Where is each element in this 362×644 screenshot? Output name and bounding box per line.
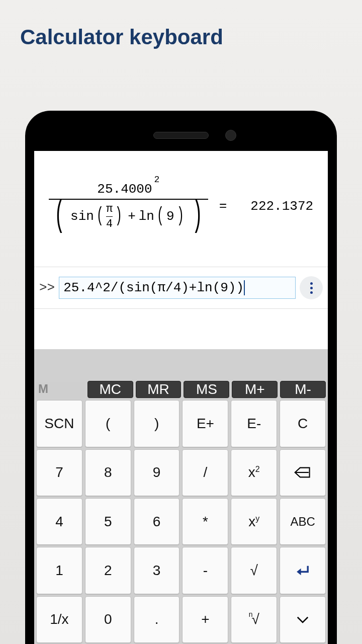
key-9[interactable]: 9	[134, 449, 180, 496]
enter-icon	[294, 563, 311, 578]
key-close-paren[interactable]: )	[134, 400, 180, 447]
page-title: Calculator keyboard	[0, 0, 362, 49]
key-mr[interactable]: MR	[136, 381, 182, 398]
key-nth-root[interactable]: n√	[231, 596, 277, 643]
key-divide[interactable]: /	[182, 449, 228, 496]
result-value: 222.1372	[250, 199, 313, 214]
key-multiply[interactable]: *	[182, 498, 228, 545]
key-plus[interactable]: +	[182, 596, 228, 643]
key-sqrt[interactable]: √	[231, 547, 277, 594]
key-m-plus[interactable]: M+	[232, 381, 278, 398]
key-mc[interactable]: MC	[87, 381, 133, 398]
key-abc[interactable]: ABC	[280, 498, 326, 545]
pi-symbol: π	[106, 203, 113, 215]
key-8[interactable]: 8	[85, 449, 131, 496]
sin-label: sin	[70, 209, 94, 224]
key-e-minus[interactable]: E-	[231, 400, 277, 447]
key-minus[interactable]: -	[182, 547, 228, 594]
ln-label: ln	[139, 209, 154, 224]
four-value: 4	[106, 218, 113, 230]
phone-speaker	[153, 132, 209, 139]
memory-label: M	[36, 382, 85, 398]
key-x-squared[interactable]: x2	[231, 449, 277, 496]
keypad: M MC MR MS M+ M- SCN ( ) E+ E- C 7 8 9 /…	[34, 349, 328, 644]
key-decimal[interactable]: .	[134, 596, 180, 643]
app-screen: 25.4000 2 ( sin ( π 4 ) +	[34, 151, 328, 644]
key-reciprocal[interactable]: 1/x	[36, 596, 82, 643]
key-1[interactable]: 1	[36, 547, 82, 594]
key-e-plus[interactable]: E+	[182, 400, 228, 447]
key-5[interactable]: 5	[85, 498, 131, 545]
phone-frame: 25.4000 2 ( sin ( π 4 ) +	[25, 111, 337, 644]
formula-base: 25.4000	[97, 182, 152, 197]
key-backspace[interactable]	[280, 449, 326, 496]
key-6[interactable]: 6	[134, 498, 180, 545]
key-enter[interactable]	[280, 547, 326, 594]
key-open-paren[interactable]: (	[85, 400, 131, 447]
key-7[interactable]: 7	[36, 449, 82, 496]
key-2[interactable]: 2	[85, 547, 131, 594]
prompt-symbol: >>	[39, 280, 55, 295]
key-4[interactable]: 4	[36, 498, 82, 545]
key-x-pow-y[interactable]: xy	[231, 498, 277, 545]
expression-input-row: >> 25.4^2/(sin(π/4)+ln(9))	[34, 267, 328, 309]
expression-input[interactable]: 25.4^2/(sin(π/4)+ln(9))	[59, 277, 296, 299]
backspace-icon	[294, 465, 311, 480]
key-3[interactable]: 3	[134, 547, 180, 594]
more-options-button[interactable]	[300, 276, 323, 299]
key-chevron-down[interactable]	[280, 596, 326, 643]
key-0[interactable]: 0	[85, 596, 131, 643]
key-clear[interactable]: C	[280, 400, 326, 447]
key-ms[interactable]: MS	[184, 381, 229, 398]
key-scn[interactable]: SCN	[36, 400, 82, 447]
ln-arg: 9	[166, 209, 174, 224]
chevron-down-icon	[294, 612, 311, 627]
phone-camera	[225, 130, 236, 141]
key-m-minus[interactable]: M-	[280, 381, 326, 398]
plus-symbol: +	[128, 209, 136, 224]
formula-display: 25.4000 2 ( sin ( π 4 ) +	[34, 151, 328, 267]
equals-symbol: =	[219, 199, 227, 214]
formula-exponent: 2	[154, 175, 160, 185]
